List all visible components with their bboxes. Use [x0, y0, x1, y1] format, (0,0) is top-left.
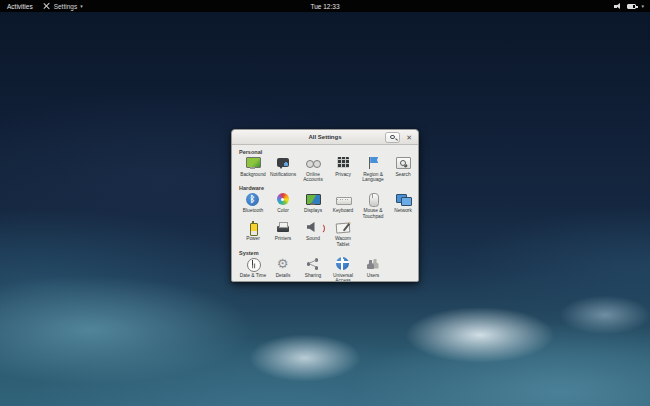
tile-bluetooth[interactable]: Bluetooth: [238, 192, 268, 219]
tile-users[interactable]: Users: [358, 257, 388, 282]
magnifier-icon: [390, 135, 395, 140]
tile-displays[interactable]: Displays: [298, 192, 328, 219]
section-grid-personal: BackgroundNotificationsOnline AccountsPr…: [238, 156, 419, 184]
tile-printers[interactable]: Printers: [268, 220, 298, 247]
volume-icon: [614, 3, 622, 10]
system-status-area[interactable]: ▾: [614, 3, 650, 10]
tile-details[interactable]: Details: [268, 257, 298, 282]
tile-power[interactable]: Power: [238, 220, 268, 247]
tile-label: Privacy: [335, 172, 351, 178]
tile-date-time[interactable]: Date & Time: [238, 257, 268, 282]
search-settings-icon: [395, 156, 411, 171]
background-icon: [245, 156, 261, 171]
sharing-icon: [305, 257, 321, 272]
tile-keyboard[interactable]: Keyboard: [328, 192, 358, 219]
tile-universal-access[interactable]: Universal Access: [328, 257, 358, 282]
tile-notifications[interactable]: Notifications: [268, 156, 298, 183]
clock[interactable]: Tue 12:33: [0, 3, 650, 10]
tile-label: Region & Language: [359, 172, 388, 183]
bluetooth-icon: [245, 192, 261, 207]
tile-label: Mouse & Touchpad: [359, 208, 388, 219]
section-grid-hardware: BluetoothColorDisplaysKeyboardMouse & To…: [238, 192, 419, 248]
tile-label: Keyboard: [333, 208, 354, 214]
tile-label: Sharing: [305, 273, 322, 279]
tile-online-accounts[interactable]: Online Accounts: [298, 156, 328, 183]
settings-window: All Settings ✕ PersonalBackgroundNotific…: [231, 129, 419, 282]
universal-access-icon: [335, 257, 351, 272]
power-icon: [245, 220, 261, 235]
printers-icon: [275, 220, 291, 235]
network-icon: [395, 192, 411, 207]
tile-background[interactable]: Background: [238, 156, 268, 183]
privacy-icon: [335, 156, 351, 171]
tile-mouse-touchpad[interactable]: Mouse & Touchpad: [358, 192, 388, 219]
tile-sound[interactable]: Sound: [298, 220, 328, 247]
tile-label: Displays: [304, 208, 322, 214]
wacom-tablet-icon: [335, 220, 351, 235]
tile-label: Notifications: [270, 172, 296, 178]
tile-network[interactable]: Network: [388, 192, 418, 219]
tile-label: Printers: [275, 236, 292, 242]
tile-label: Users: [367, 273, 380, 279]
tile-label: Sound: [306, 236, 320, 242]
tile-label: Wacom Tablet: [329, 236, 358, 247]
notifications-icon: [275, 156, 291, 171]
section-header-personal: Personal: [239, 149, 414, 155]
tile-label: Background: [240, 172, 266, 178]
tile-wacom-tablet[interactable]: Wacom Tablet: [328, 220, 358, 247]
tile-label: Date & Time: [240, 273, 266, 279]
chevron-down-icon: ▾: [641, 3, 644, 9]
section-header-system: System: [239, 250, 414, 256]
tile-color[interactable]: Color: [268, 192, 298, 219]
tile-label: Network: [394, 208, 412, 214]
tile-sharing[interactable]: Sharing: [298, 257, 328, 282]
keyboard-icon: [335, 192, 351, 207]
region-language-icon: [365, 156, 381, 171]
tile-label: Online Accounts: [299, 172, 328, 183]
tile-label: Search: [395, 172, 410, 178]
mouse-touchpad-icon: [365, 192, 381, 207]
settings-grid: PersonalBackgroundNotificationsOnline Ac…: [232, 145, 418, 282]
tile-label: Color: [277, 208, 288, 214]
tile-label: Universal Access: [329, 273, 358, 282]
tile-label: Bluetooth: [243, 208, 263, 214]
users-icon: [365, 257, 381, 272]
close-button[interactable]: ✕: [404, 133, 414, 142]
battery-icon: [627, 4, 636, 9]
tile-search[interactable]: Search: [388, 156, 418, 183]
tile-region-language[interactable]: Region & Language: [358, 156, 388, 183]
color-icon: [275, 192, 291, 207]
section-grid-system: Date & TimeDetailsSharingUniversal Acces…: [238, 257, 419, 282]
date-time-icon: [245, 257, 261, 272]
sound-icon: [305, 220, 321, 235]
section-header-hardware: Hardware: [239, 185, 414, 191]
top-bar: Activities Settings ▾ Tue 12:33 ▾: [0, 0, 650, 12]
displays-icon: [305, 192, 321, 207]
tile-privacy[interactable]: Privacy: [328, 156, 358, 183]
window-titlebar[interactable]: All Settings ✕: [232, 130, 418, 145]
tile-label: Details: [276, 273, 291, 279]
sharing-icon-line: [309, 264, 317, 268]
details-icon: [275, 257, 291, 272]
tile-label: Power: [246, 236, 260, 242]
online-accounts-icon: [305, 156, 321, 171]
search-button[interactable]: [385, 132, 400, 143]
